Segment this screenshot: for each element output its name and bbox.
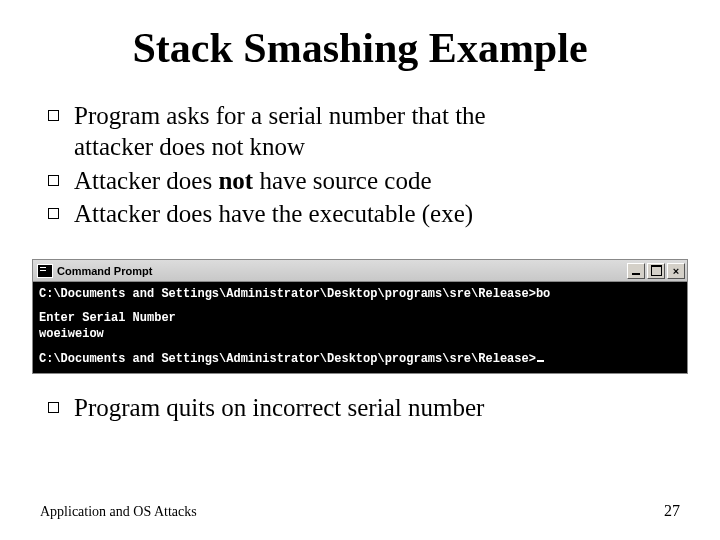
bullet-list-top: Program asks for a serial number that th… <box>40 100 680 229</box>
bullet-list-bottom: Program quits on incorrect serial number <box>40 392 680 423</box>
cmd-icon <box>37 264 53 278</box>
terminal-body: C:\Documents and Settings\Administrator\… <box>33 282 687 373</box>
cursor-icon <box>537 360 544 362</box>
bullet-item-1: Program asks for a serial number that th… <box>48 100 680 163</box>
bullet-bold: not <box>218 167 253 194</box>
bullet-marker-icon <box>48 110 59 121</box>
minimize-button[interactable] <box>627 263 645 279</box>
bullet-marker-icon <box>48 208 59 219</box>
bullet-item-4: Program quits on incorrect serial number <box>48 392 680 423</box>
terminal-line: C:\Documents and Settings\Administrator\… <box>39 286 681 302</box>
close-button[interactable]: × <box>667 263 685 279</box>
bullet-text: Program asks for a serial number that th… <box>74 102 486 129</box>
bullet-item-3: Attacker does have the executable (exe) <box>48 198 680 229</box>
bullet-marker-icon <box>48 175 59 186</box>
terminal-prompt-text: C:\Documents and Settings\Administrator\… <box>39 352 536 366</box>
bullet-marker-icon <box>48 402 59 413</box>
bullet-text: Program quits on incorrect serial number <box>74 394 484 421</box>
bullet-text-cont: attacker does not know <box>74 133 305 160</box>
slide-footer: Application and OS Attacks 27 <box>40 502 680 520</box>
terminal-line: C:\Documents and Settings\Administrator\… <box>39 351 681 367</box>
bullet-text: Attacker does <box>74 167 218 194</box>
page-number: 27 <box>664 502 680 520</box>
command-prompt-window: Command Prompt × C:\Documents and Settin… <box>32 259 688 374</box>
bullet-item-2: Attacker does not have source code <box>48 165 680 196</box>
slide: Stack Smashing Example Program asks for … <box>0 0 720 540</box>
footer-label: Application and OS Attacks <box>40 504 197 520</box>
bullet-text: Attacker does have the executable (exe) <box>74 200 473 227</box>
window-buttons: × <box>627 263 685 279</box>
terminal-line: Enter Serial Number <box>39 310 681 326</box>
maximize-button[interactable] <box>647 263 665 279</box>
bullet-text: have source code <box>253 167 431 194</box>
terminal-line: woeiweiow <box>39 326 681 342</box>
slide-title: Stack Smashing Example <box>40 24 680 72</box>
window-titlebar: Command Prompt × <box>33 260 687 282</box>
window-title: Command Prompt <box>57 265 627 277</box>
